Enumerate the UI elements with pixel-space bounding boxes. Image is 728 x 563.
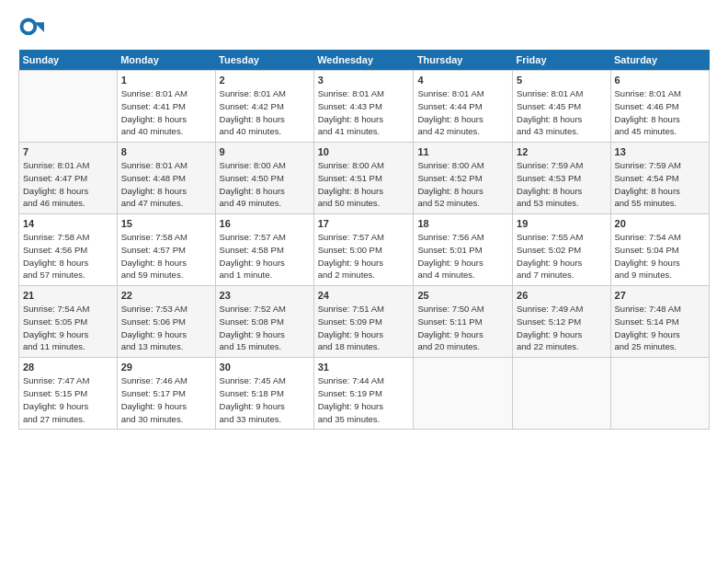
day-number: 17 (318, 218, 410, 229)
day-info: Sunrise: 7:57 AM Sunset: 4:58 PM Dayligh… (220, 231, 310, 282)
calendar-cell: 12Sunrise: 7:59 AM Sunset: 4:53 PM Dayli… (513, 143, 611, 214)
day-info: Sunrise: 8:00 AM Sunset: 4:52 PM Dayligh… (417, 159, 508, 210)
calendar-body: 1Sunrise: 8:01 AM Sunset: 4:41 PM Daylig… (19, 71, 710, 430)
calendar-cell: 5Sunrise: 8:01 AM Sunset: 4:45 PM Daylig… (513, 71, 611, 143)
col-header-thursday: Thursday (414, 50, 513, 71)
calendar-cell: 25Sunrise: 7:50 AM Sunset: 5:11 PM Dayli… (414, 286, 513, 358)
col-header-friday: Friday (513, 50, 611, 71)
calendar-cell: 1Sunrise: 8:01 AM Sunset: 4:41 PM Daylig… (117, 71, 215, 143)
day-info: Sunrise: 8:01 AM Sunset: 4:42 PM Dayligh… (220, 87, 310, 138)
day-number: 15 (121, 218, 211, 229)
day-info: Sunrise: 7:54 AM Sunset: 5:05 PM Dayligh… (23, 303, 113, 353)
day-info: Sunrise: 7:59 AM Sunset: 4:53 PM Dayligh… (517, 159, 607, 210)
col-header-saturday: Saturday (610, 50, 709, 71)
calendar-cell: 19Sunrise: 7:55 AM Sunset: 5:02 PM Dayli… (513, 214, 611, 286)
calendar-cell: 9Sunrise: 8:00 AM Sunset: 4:50 PM Daylig… (215, 143, 313, 214)
day-info: Sunrise: 8:00 AM Sunset: 4:50 PM Dayligh… (220, 159, 310, 210)
day-number: 24 (318, 290, 410, 301)
day-number: 23 (220, 290, 310, 301)
calendar-cell: 8Sunrise: 8:01 AM Sunset: 4:48 PM Daylig… (117, 143, 215, 214)
day-number: 12 (517, 146, 607, 157)
calendar-cell: 14Sunrise: 7:58 AM Sunset: 4:56 PM Dayli… (19, 214, 118, 286)
calendar-cell (610, 358, 709, 430)
day-info: Sunrise: 7:49 AM Sunset: 5:12 PM Dayligh… (517, 303, 607, 353)
week-row-5: 28Sunrise: 7:47 AM Sunset: 5:15 PM Dayli… (19, 358, 710, 430)
col-header-sunday: Sunday (19, 50, 118, 71)
day-number: 7 (23, 146, 113, 157)
page: SundayMondayTuesdayWednesdayThursdayFrid… (0, 0, 728, 563)
day-number: 25 (417, 290, 508, 301)
day-info: Sunrise: 7:45 AM Sunset: 5:18 PM Dayligh… (220, 374, 310, 425)
day-info: Sunrise: 7:57 AM Sunset: 5:00 PM Dayligh… (318, 231, 410, 282)
day-info: Sunrise: 7:56 AM Sunset: 5:01 PM Dayligh… (417, 231, 508, 282)
calendar-cell: 31Sunrise: 7:44 AM Sunset: 5:19 PM Dayli… (313, 358, 414, 430)
day-info: Sunrise: 7:46 AM Sunset: 5:17 PM Dayligh… (121, 374, 211, 425)
calendar-cell: 22Sunrise: 7:53 AM Sunset: 5:06 PM Dayli… (117, 286, 215, 358)
day-number: 18 (417, 218, 508, 229)
day-number: 22 (121, 290, 211, 301)
calendar-cell (19, 71, 118, 143)
calendar-cell: 7Sunrise: 8:01 AM Sunset: 4:47 PM Daylig… (19, 143, 118, 214)
day-info: Sunrise: 7:54 AM Sunset: 5:04 PM Dayligh… (615, 231, 705, 282)
day-number: 4 (417, 75, 508, 86)
day-info: Sunrise: 7:59 AM Sunset: 4:54 PM Dayligh… (615, 159, 705, 210)
day-info: Sunrise: 7:48 AM Sunset: 5:14 PM Dayligh… (615, 303, 705, 353)
day-info: Sunrise: 7:51 AM Sunset: 5:09 PM Dayligh… (318, 303, 410, 353)
calendar-cell: 6Sunrise: 8:01 AM Sunset: 4:46 PM Daylig… (610, 71, 709, 143)
day-number: 10 (318, 146, 410, 157)
day-number: 5 (517, 75, 607, 86)
calendar-table: SundayMondayTuesdayWednesdayThursdayFrid… (18, 50, 710, 430)
day-info: Sunrise: 8:01 AM Sunset: 4:46 PM Dayligh… (615, 87, 705, 138)
week-row-3: 14Sunrise: 7:58 AM Sunset: 4:56 PM Dayli… (19, 214, 710, 286)
calendar-cell: 27Sunrise: 7:48 AM Sunset: 5:14 PM Dayli… (610, 286, 709, 358)
day-number: 30 (220, 362, 310, 373)
day-info: Sunrise: 8:01 AM Sunset: 4:48 PM Dayligh… (121, 159, 211, 210)
logo-icon (18, 17, 44, 42)
calendar-cell: 24Sunrise: 7:51 AM Sunset: 5:09 PM Dayli… (313, 286, 414, 358)
calendar-cell: 29Sunrise: 7:46 AM Sunset: 5:17 PM Dayli… (117, 358, 215, 430)
calendar-cell: 15Sunrise: 7:58 AM Sunset: 4:57 PM Dayli… (117, 214, 215, 286)
day-number: 11 (417, 146, 508, 157)
calendar-cell: 23Sunrise: 7:52 AM Sunset: 5:08 PM Dayli… (215, 286, 313, 358)
calendar-cell: 10Sunrise: 8:00 AM Sunset: 4:51 PM Dayli… (313, 143, 414, 214)
day-number: 29 (121, 362, 211, 373)
calendar-cell: 17Sunrise: 7:57 AM Sunset: 5:00 PM Dayli… (313, 214, 414, 286)
header (18, 17, 710, 42)
day-number: 21 (23, 290, 113, 301)
day-info: Sunrise: 8:01 AM Sunset: 4:43 PM Dayligh… (318, 87, 410, 138)
day-number: 31 (318, 362, 410, 373)
day-info: Sunrise: 7:55 AM Sunset: 5:02 PM Dayligh… (517, 231, 607, 282)
calendar-cell: 18Sunrise: 7:56 AM Sunset: 5:01 PM Dayli… (414, 214, 513, 286)
calendar-cell: 2Sunrise: 8:01 AM Sunset: 4:42 PM Daylig… (215, 71, 313, 143)
week-row-1: 1Sunrise: 8:01 AM Sunset: 4:41 PM Daylig… (19, 71, 710, 143)
calendar-cell: 3Sunrise: 8:01 AM Sunset: 4:43 PM Daylig… (313, 71, 414, 143)
day-info: Sunrise: 7:44 AM Sunset: 5:19 PM Dayligh… (318, 374, 410, 425)
day-info: Sunrise: 7:47 AM Sunset: 5:15 PM Dayligh… (23, 374, 113, 425)
calendar-cell: 28Sunrise: 7:47 AM Sunset: 5:15 PM Dayli… (19, 358, 118, 430)
day-info: Sunrise: 8:01 AM Sunset: 4:44 PM Dayligh… (417, 87, 508, 138)
day-number: 6 (615, 75, 705, 86)
col-header-tuesday: Tuesday (215, 50, 313, 71)
calendar-cell: 11Sunrise: 8:00 AM Sunset: 4:52 PM Dayli… (414, 143, 513, 214)
day-number: 19 (517, 218, 607, 229)
day-number: 20 (615, 218, 705, 229)
calendar-cell: 4Sunrise: 8:01 AM Sunset: 4:44 PM Daylig… (414, 71, 513, 143)
calendar-cell: 21Sunrise: 7:54 AM Sunset: 5:05 PM Dayli… (19, 286, 118, 358)
calendar-cell: 26Sunrise: 7:49 AM Sunset: 5:12 PM Dayli… (513, 286, 611, 358)
day-number: 2 (220, 75, 310, 86)
calendar-cell (513, 358, 611, 430)
calendar-cell: 16Sunrise: 7:57 AM Sunset: 4:58 PM Dayli… (215, 214, 313, 286)
calendar-cell: 20Sunrise: 7:54 AM Sunset: 5:04 PM Dayli… (610, 214, 709, 286)
calendar-header: SundayMondayTuesdayWednesdayThursdayFrid… (19, 50, 710, 71)
day-number: 14 (23, 218, 113, 229)
day-number: 26 (517, 290, 607, 301)
day-number: 13 (615, 146, 705, 157)
col-header-wednesday: Wednesday (313, 50, 414, 71)
day-info: Sunrise: 7:50 AM Sunset: 5:11 PM Dayligh… (417, 303, 508, 353)
svg-point-1 (23, 21, 33, 31)
day-info: Sunrise: 7:58 AM Sunset: 4:56 PM Dayligh… (23, 231, 113, 282)
day-number: 9 (220, 146, 310, 157)
header-row: SundayMondayTuesdayWednesdayThursdayFrid… (19, 50, 710, 71)
day-info: Sunrise: 7:52 AM Sunset: 5:08 PM Dayligh… (220, 303, 310, 353)
day-info: Sunrise: 7:58 AM Sunset: 4:57 PM Dayligh… (121, 231, 211, 282)
